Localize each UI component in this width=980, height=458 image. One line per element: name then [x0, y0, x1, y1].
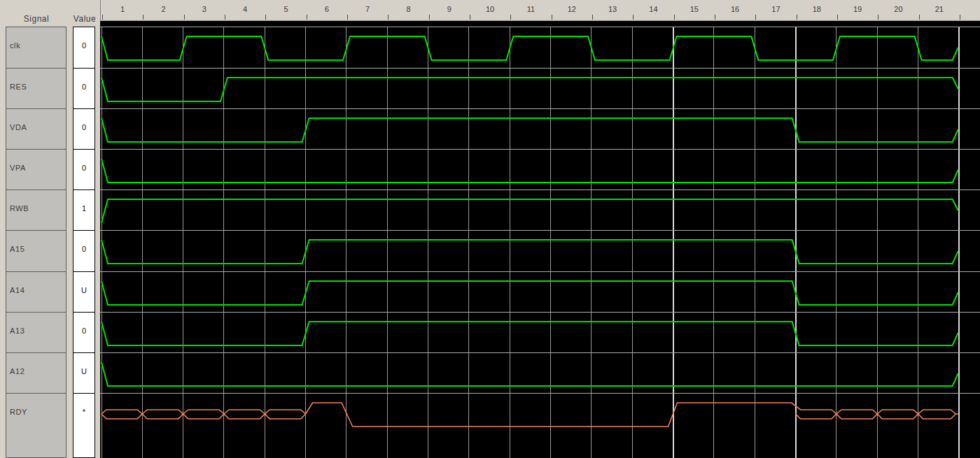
- ruler-tick: [960, 15, 960, 20]
- ruler-tick: [633, 15, 634, 20]
- ruler-tick: [797, 15, 797, 20]
- ruler-label-14: 14: [649, 5, 657, 13]
- ruler-label-5: 5: [284, 5, 288, 13]
- ruler-label-9: 9: [447, 5, 451, 13]
- signal-value-text: 0: [74, 245, 94, 253]
- signal-value-clk: 0: [74, 27, 94, 69]
- signal-row-clk[interactable]: clk: [6, 27, 66, 69]
- ruler-label-3: 3: [202, 5, 206, 13]
- ruler-label-20: 20: [894, 5, 902, 13]
- ruler-tick: [470, 15, 470, 20]
- signal-value-a13: 0: [74, 313, 94, 353]
- signal-value-text: 0: [74, 83, 94, 91]
- ruler-label-1: 1: [120, 5, 125, 13]
- ruler-tick: [755, 15, 756, 20]
- signal-value-vda: 0: [74, 109, 94, 150]
- ruler-tick: [388, 15, 388, 20]
- ruler-label-13: 13: [608, 5, 617, 13]
- signal-name-label: A12: [10, 367, 24, 375]
- ruler-tick: [715, 15, 715, 20]
- ruler-label-6: 6: [325, 5, 329, 13]
- ruler-tick: [265, 15, 266, 20]
- ruler-label-15: 15: [690, 5, 699, 13]
- signal-row-a15[interactable]: A15: [6, 231, 66, 272]
- signal-name-label: clk: [10, 41, 20, 50]
- ruler-label-8: 8: [406, 5, 410, 13]
- signal-value-rdy: *: [74, 394, 94, 458]
- signal-panel: Signal Value clkRESVDAVPARWBA15A14A13A12…: [0, 0, 100, 458]
- waveform-viewer-window: { "panel": { "signal_header": "Signal", …: [0, 0, 980, 458]
- signal-value-vpa: 0: [74, 150, 94, 190]
- signal-value-text: 0: [74, 41, 94, 50]
- ruler-label-10: 10: [486, 5, 494, 13]
- ruler-tick: [837, 15, 838, 20]
- ruler-label-18: 18: [813, 5, 821, 13]
- signal-name-label: A14: [10, 286, 24, 294]
- ruler-tick: [184, 15, 185, 20]
- signal-value-text: 0: [74, 327, 94, 335]
- signal-name-label: RDY: [10, 408, 27, 416]
- time-ruler[interactable]: 123456789101112131415161718192021: [100, 0, 980, 21]
- signal-row-vda[interactable]: VDA: [6, 109, 66, 150]
- signal-column-header: Signal: [0, 14, 73, 24]
- ruler-label-21: 21: [935, 5, 944, 13]
- ruler-tick: [347, 15, 348, 20]
- signal-value-text: *: [74, 408, 94, 416]
- signal-values-box: 000010U0U*: [73, 27, 95, 458]
- ruler-label-7: 7: [365, 5, 370, 13]
- signal-names-box: clkRESVDAVPARWBA15A14A13A12RDY: [6, 27, 66, 458]
- signal-row-rdy[interactable]: RDY: [6, 394, 66, 458]
- signal-name-label: A15: [10, 245, 24, 253]
- signal-value-text: U: [74, 367, 94, 375]
- ruler-label-2: 2: [161, 5, 165, 13]
- signal-value-text: 0: [74, 123, 94, 131]
- signal-value-a12: U: [74, 353, 94, 394]
- signal-row-a14[interactable]: A14: [6, 272, 66, 313]
- signal-name-label: RWB: [10, 204, 29, 213]
- ruler-label-4: 4: [243, 5, 247, 13]
- ruler-tick: [143, 15, 144, 20]
- ruler-tick: [225, 15, 225, 20]
- signal-value-a15: 0: [74, 231, 94, 272]
- ruler-label-12: 12: [568, 5, 576, 13]
- signal-name-label: VPA: [10, 164, 26, 172]
- signal-row-vpa[interactable]: VPA: [6, 150, 66, 190]
- signal-name-label: VDA: [10, 123, 27, 131]
- ruler-label-17: 17: [771, 5, 780, 13]
- signal-value-text: 1: [74, 204, 94, 213]
- signal-row-rwb[interactable]: RWB: [6, 190, 66, 231]
- signal-name-label: RES: [10, 83, 27, 91]
- signal-row-a12[interactable]: A12: [6, 353, 66, 394]
- signal-value-a14: U: [74, 272, 94, 313]
- value-column-header: Value: [71, 14, 98, 24]
- signal-row-res[interactable]: RES: [6, 69, 66, 109]
- waveform-canvas[interactable]: [100, 21, 980, 458]
- signal-value-text: U: [74, 286, 94, 294]
- waveform-area[interactable]: [100, 21, 980, 458]
- signal-value-text: 0: [74, 164, 94, 172]
- ruler-tick: [878, 15, 878, 20]
- signal-value-res: 0: [74, 69, 94, 109]
- ruler-label-11: 11: [527, 5, 535, 13]
- ruler-tick: [510, 15, 511, 20]
- ruler-tick: [592, 15, 593, 20]
- ruler-label-19: 19: [853, 5, 862, 13]
- ruler-label-16: 16: [731, 5, 739, 13]
- signal-value-rwb: 1: [74, 190, 94, 231]
- ruler-tick: [429, 15, 430, 20]
- ruler-tick: [307, 15, 307, 20]
- signal-name-label: A13: [10, 327, 24, 335]
- signal-row-a13[interactable]: A13: [6, 313, 66, 353]
- ruler-tick: [552, 15, 552, 20]
- ruler-tick: [919, 15, 920, 20]
- ruler-tick: [102, 15, 103, 20]
- ruler-tick: [674, 15, 675, 20]
